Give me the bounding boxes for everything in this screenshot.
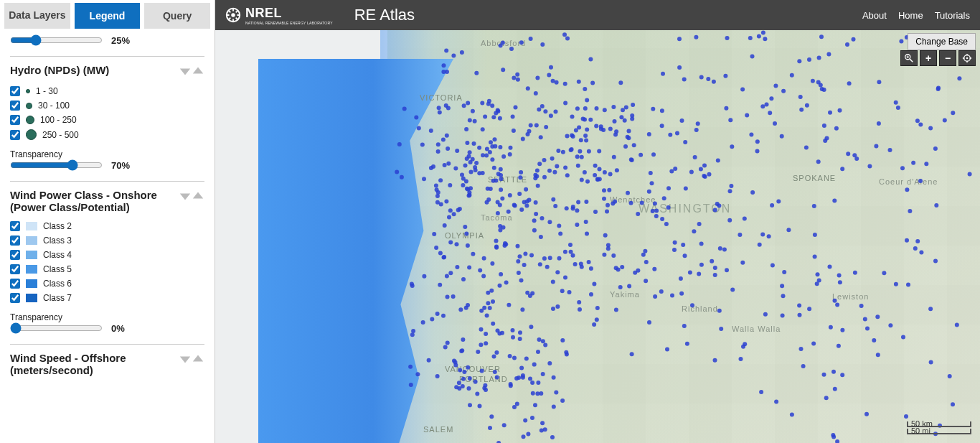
svg-point-1: [231, 13, 235, 17]
legend-label: 1 - 30: [36, 86, 58, 96]
swatch-icon: [26, 294, 37, 302]
nrel-logo: NREL NATIONAL RENEWABLE ENERGY LABORATOR…: [225, 6, 333, 25]
map-label-abbotsford: Abbotsford: [481, 39, 526, 47]
map-label-seattle: SEATTLE: [488, 175, 527, 184]
legend-checkbox[interactable]: [10, 250, 20, 260]
app-title: RE Atlas: [354, 6, 415, 24]
zoom-out-button[interactable]: −: [939, 50, 956, 66]
change-base-button[interactable]: Change Base: [908, 33, 976, 50]
map-label-tacoma: Tacoma: [481, 213, 513, 222]
map-label-wenatchee: Wenatchee: [610, 195, 656, 204]
swatch-icon: [26, 251, 37, 259]
transparency-value-hydro: 70%: [111, 160, 130, 171]
nav-about[interactable]: About: [862, 10, 887, 21]
map-label-spokane: SPOKANE: [793, 174, 836, 182]
legend-label: Class 6: [43, 279, 72, 289]
reorder-arrows: [179, 64, 204, 78]
move-down-icon[interactable]: [179, 189, 192, 203]
legend-checkbox[interactable]: [10, 264, 20, 274]
map[interactable]: NREL NATIONAL RENEWABLE ENERGY LABORATOR…: [215, 0, 980, 443]
nav-home[interactable]: Home: [898, 10, 923, 21]
dot-icon: [26, 103, 32, 109]
layer-block-wind-offshore: Wind Speed - Offshore (meters/second): [10, 344, 204, 392]
swatch-icon: [26, 236, 37, 245]
top-bar: NREL NATIONAL RENEWABLE ENERGY LABORATOR…: [215, 0, 980, 30]
move-up-icon[interactable]: [192, 189, 204, 203]
legend-label: Class 2: [43, 221, 72, 231]
legend-label: Class 4: [43, 250, 72, 260]
legend-label: 30 - 100: [38, 101, 70, 111]
dot-icon: [26, 89, 30, 93]
map-label-olympia: OLYMPIA: [445, 231, 484, 240]
move-down-icon[interactable]: [179, 352, 192, 366]
top-nav: About Home Tutorials: [862, 10, 970, 21]
zoom-in-button[interactable]: +: [920, 50, 937, 66]
legend-label: Class 3: [43, 236, 72, 246]
legend-checkbox[interactable]: [10, 221, 20, 231]
move-up-icon[interactable]: [192, 352, 204, 366]
map-label-yakima: Yakima: [610, 290, 640, 299]
layer-block-wind-onshore: Wind Power Class - Onshore (Power Class/…: [10, 181, 204, 344]
map-label-victoria: VICTORIA: [420, 93, 463, 102]
brand-text: NREL: [245, 6, 282, 20]
map-label-richland: Richland: [682, 304, 718, 313]
move-down-icon[interactable]: [179, 64, 192, 78]
nav-tutorials[interactable]: Tutorials: [935, 10, 970, 21]
map-label-salem: SALEM: [423, 425, 453, 434]
zoom-controls: + −: [900, 50, 976, 66]
legend-checkbox[interactable]: [10, 130, 20, 140]
layer-block-prev: 25%: [10, 32, 204, 56]
scale-mi: 50 mi: [911, 426, 930, 435]
transparency-label: Transparency: [10, 312, 204, 322]
swatch-icon: [26, 222, 37, 230]
legend-checkbox[interactable]: [10, 293, 20, 303]
legend-label: 100 - 250: [40, 115, 77, 125]
layer-title-wind-onshore: Wind Power Class - Onshore (Power Class/…: [10, 189, 168, 213]
legend-checkbox[interactable]: [10, 86, 20, 96]
map-label-vancouver: VANCOUVER: [445, 365, 501, 373]
map-label-coeur: Coeur d'Alene: [879, 177, 938, 186]
legend-label: 250 - 500: [42, 130, 79, 140]
legend-checkbox[interactable]: [10, 236, 20, 246]
scale-bar: 50 km 50 mi: [907, 421, 971, 436]
sidebar: Data Layers Legend Query 25% Hydro (NPDs…: [0, 0, 215, 443]
reorder-arrows: [179, 189, 204, 203]
locate-button[interactable]: [958, 50, 976, 66]
move-up-icon[interactable]: [192, 64, 204, 78]
tab-query[interactable]: Query: [144, 3, 210, 29]
legend-label: Class 7: [43, 293, 72, 303]
legend-checkbox[interactable]: [10, 101, 20, 111]
tabs: Data Layers Legend Query: [0, 0, 215, 32]
zoom-region-button[interactable]: [900, 50, 918, 66]
legend-panel[interactable]: 25% Hydro (NPDs) (MW) 1 - 30 30 - 100 10…: [0, 32, 215, 443]
nrel-mark-icon: [225, 7, 241, 23]
dot-icon: [26, 116, 34, 124]
svg-point-4: [966, 57, 969, 60]
legend-checkbox[interactable]: [10, 279, 20, 289]
swatch-icon: [26, 265, 37, 274]
brand-subtext: NATIONAL RENEWABLE ENERGY LABORATORY: [245, 21, 333, 25]
tab-legend[interactable]: Legend: [75, 3, 141, 29]
map-label-lewiston: Lewiston: [832, 292, 869, 301]
transparency-slider-wind-onshore[interactable]: [10, 322, 103, 334]
layer-block-hydro: Hydro (NPDs) (MW) 1 - 30 30 - 100 100 - …: [10, 56, 204, 181]
transparency-label: Transparency: [10, 149, 204, 159]
tab-data-layers[interactable]: Data Layers: [4, 3, 70, 29]
layer-title-hydro: Hydro (NPDs) (MW): [10, 64, 109, 76]
layer-title-wind-offshore: Wind Speed - Offshore (meters/second): [10, 352, 168, 376]
swatch-icon: [26, 279, 37, 288]
transparency-slider-hydro[interactable]: [10, 159, 103, 171]
reorder-arrows: [179, 352, 204, 366]
transparency-slider-prev[interactable]: [10, 34, 103, 46]
legend-label: Class 5: [43, 264, 72, 274]
legend-checkbox[interactable]: [10, 115, 20, 125]
transparency-value-prev: 25%: [111, 35, 130, 46]
basemap: WASHINGTON VICTORIA Abbotsford SEATTLE T…: [215, 30, 980, 443]
transparency-value-wind-onshore: 0%: [111, 323, 125, 334]
map-label-state: WASHINGTON: [639, 202, 731, 215]
map-label-portland: PORTLAND: [459, 375, 508, 383]
dot-icon: [26, 129, 37, 140]
map-label-walla: Walla Walla: [732, 325, 781, 333]
